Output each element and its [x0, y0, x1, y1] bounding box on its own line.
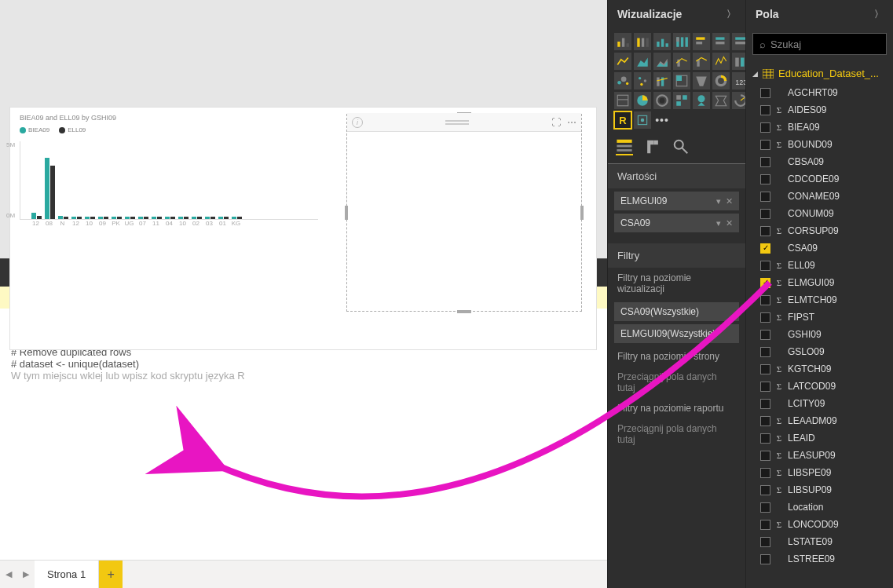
- vis-type-icon[interactable]: [693, 53, 710, 70]
- filter-chip[interactable]: ELMGUI09(Wszystkie): [614, 324, 739, 343]
- vis-type-icon[interactable]: [614, 33, 631, 50]
- field-checkbox[interactable]: [760, 192, 770, 202]
- field-checkbox[interactable]: [760, 364, 770, 374]
- field-row[interactable]: ΣLIBSUP09: [746, 481, 893, 499]
- field-checkbox[interactable]: [760, 157, 770, 167]
- field-checkbox[interactable]: [760, 502, 770, 513]
- field-menu-icon[interactable]: ▾: [716, 196, 721, 206]
- vis-type-icon[interactable]: [614, 53, 631, 70]
- field-row[interactable]: ΣAGCHRT09: [746, 84, 893, 101]
- vis-type-icon[interactable]: [673, 33, 690, 50]
- vis-type-icon[interactable]: [673, 72, 690, 89]
- field-checkbox[interactable]: [760, 382, 770, 392]
- vis-type-icon[interactable]: [634, 92, 651, 109]
- field-row[interactable]: ΣCORSUP09: [746, 222, 893, 239]
- remove-field-icon[interactable]: ✕: [726, 218, 733, 228]
- field-row[interactable]: ΣLATCOD09: [746, 378, 893, 395]
- drag-handle-icon[interactable]: [445, 120, 469, 125]
- field-row[interactable]: ΣBIEA09: [746, 119, 893, 136]
- field-checkbox[interactable]: [760, 520, 770, 530]
- field-row[interactable]: ΣCONAME09: [746, 188, 893, 205]
- visualizations-panel-header[interactable]: Wizualizacje〉: [608, 0, 745, 28]
- field-row[interactable]: ΣBOUND09: [746, 136, 893, 153]
- vis-type-icon[interactable]: [634, 111, 651, 129]
- vis-type-icon[interactable]: [614, 92, 631, 109]
- value-field[interactable]: CSA09▾✕: [614, 214, 739, 232]
- r-script-visual[interactable]: i ⛶ ⋯: [346, 114, 582, 312]
- page-tab[interactable]: Strona 1: [35, 561, 99, 588]
- field-checkbox[interactable]: [760, 261, 770, 271]
- vis-type-icon[interactable]: [673, 92, 690, 109]
- vis-type-icon[interactable]: [653, 33, 671, 50]
- bar-chart-visual[interactable]: BIEA09 and ELL09 by GSHI09 BIEA09 ELL09 …: [20, 114, 318, 239]
- field-checkbox[interactable]: [760, 278, 770, 288]
- add-page-button[interactable]: +: [99, 561, 123, 588]
- field-checkbox[interactable]: [760, 243, 770, 254]
- field-row[interactable]: ΣLIBSPE09: [746, 464, 893, 481]
- field-row[interactable]: ΣLCITY09: [746, 395, 893, 412]
- field-row[interactable]: ΣFIPST: [746, 309, 893, 326]
- filters-page-drop[interactable]: Przeciągnij pola danych tutaj: [608, 367, 745, 398]
- field-checkbox[interactable]: [760, 140, 770, 150]
- vis-type-icon[interactable]: [712, 72, 730, 89]
- field-checkbox[interactable]: [760, 554, 770, 564]
- field-checkbox[interactable]: [760, 416, 770, 426]
- table-header[interactable]: ◢ Education_Dataset_...: [746, 63, 893, 84]
- vis-type-icon[interactable]: [712, 33, 730, 50]
- field-row[interactable]: ΣLEAADM09: [746, 412, 893, 429]
- field-row[interactable]: ΣCSA09: [746, 239, 893, 257]
- field-row[interactable]: ΣLSTREE09: [746, 550, 893, 568]
- field-row[interactable]: ΣLSTATE09: [746, 533, 893, 550]
- field-checkbox[interactable]: [760, 226, 770, 236]
- field-row[interactable]: ΣGSLO09: [746, 343, 893, 360]
- field-checkbox[interactable]: [760, 468, 770, 478]
- fields-tab-icon[interactable]: [616, 138, 633, 155]
- more-options-icon[interactable]: ⋯: [567, 117, 576, 128]
- field-row[interactable]: ΣLEAID: [746, 429, 893, 447]
- vis-type-icon[interactable]: [653, 72, 671, 89]
- field-row[interactable]: ΣLEASUP09: [746, 447, 893, 464]
- field-row[interactable]: ΣLONCOD09: [746, 516, 893, 533]
- field-checkbox[interactable]: [760, 295, 770, 305]
- filters-report-drop[interactable]: Przeciągnij pola danych tutaj: [608, 418, 745, 450]
- vis-type-icon[interactable]: [634, 53, 651, 70]
- value-field[interactable]: ELMGUI09▾✕: [614, 192, 739, 210]
- field-checkbox[interactable]: [760, 330, 770, 340]
- vis-type-icon[interactable]: [693, 72, 710, 89]
- field-checkbox[interactable]: [760, 105, 770, 115]
- field-checkbox[interactable]: [760, 174, 770, 184]
- field-checkbox[interactable]: [760, 312, 770, 323]
- remove-field-icon[interactable]: ✕: [726, 196, 733, 206]
- field-checkbox[interactable]: [760, 347, 770, 357]
- format-tab-icon[interactable]: [644, 138, 661, 155]
- vis-type-icon[interactable]: [712, 92, 730, 109]
- vis-type-icon[interactable]: [693, 33, 710, 50]
- filter-chip[interactable]: CSA09(Wszystkie): [614, 302, 739, 321]
- field-row[interactable]: ΣELL09: [746, 257, 893, 274]
- field-row[interactable]: ΣCONUM09: [746, 205, 893, 222]
- focus-mode-icon[interactable]: ⛶: [551, 117, 561, 128]
- field-row[interactable]: ΣELMTCH09: [746, 291, 893, 309]
- vis-type-icon[interactable]: [673, 53, 690, 70]
- vis-type-icon[interactable]: [653, 53, 671, 70]
- tab-prev-icon[interactable]: ◀: [0, 561, 17, 588]
- vis-type-icon[interactable]: [653, 92, 671, 109]
- field-checkbox[interactable]: [760, 485, 770, 495]
- field-checkbox[interactable]: [760, 399, 770, 409]
- vis-type-icon[interactable]: [634, 33, 651, 50]
- field-row[interactable]: ΣGSHI09: [746, 326, 893, 343]
- vis-type-icon[interactable]: R: [614, 111, 631, 129]
- field-row[interactable]: ΣLocation: [746, 499, 893, 516]
- field-checkbox[interactable]: [760, 88, 770, 98]
- vis-type-icon[interactable]: [693, 92, 710, 109]
- analytics-tab-icon[interactable]: [672, 138, 690, 155]
- field-checkbox[interactable]: [760, 209, 770, 219]
- field-checkbox[interactable]: [760, 451, 770, 461]
- field-row[interactable]: ΣELMGUI09: [746, 274, 893, 291]
- vis-type-icon[interactable]: •••: [653, 111, 671, 129]
- tab-next-icon[interactable]: ▶: [17, 561, 35, 588]
- field-row[interactable]: ΣCBSA09: [746, 153, 893, 170]
- field-row[interactable]: ΣAIDES09: [746, 101, 893, 119]
- vis-type-icon[interactable]: [712, 53, 730, 70]
- field-checkbox[interactable]: [760, 537, 770, 547]
